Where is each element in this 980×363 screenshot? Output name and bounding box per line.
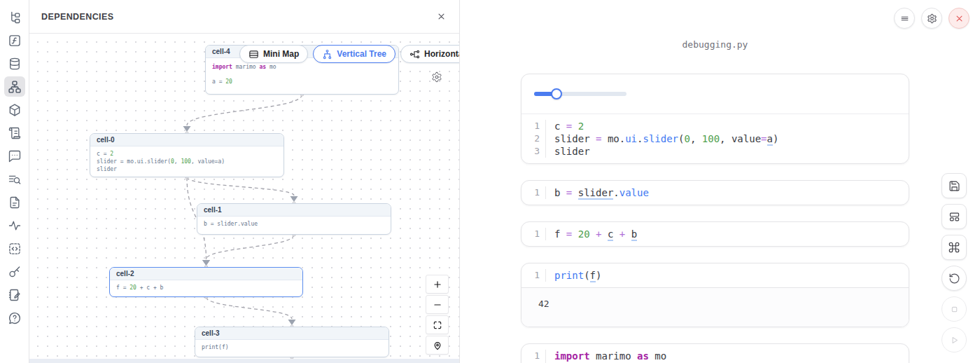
sidebar-item-document[interactable] [4,192,25,212]
sidebar-item-database[interactable] [4,53,25,74]
dependencies-header: DEPENDENCIES [29,0,459,34]
window-controls [894,8,969,29]
zoom-in-button[interactable] [426,275,449,294]
dependencies-panel: DEPENDENCIES Mini MapVertical TreeHorizo… [29,0,460,363]
graph-view-toolbar: Mini MapVertical TreeHorizontal Tree [239,45,459,63]
horizontal-tree-icon [410,49,420,60]
file-tree-icon [8,11,22,25]
gear-icon [431,71,442,83]
notebook-cell-b-cell: 1b = slider.value [521,180,909,205]
zoom-out-button[interactable] [426,295,449,314]
vertical-tree-icon [322,49,332,60]
close-icon [954,13,965,24]
gear-icon [927,13,937,24]
line-numbers: 12 [522,350,545,363]
code-lines: print(f) [554,269,601,282]
node-title: cell-3 [195,327,388,340]
close-icon [436,11,447,22]
code-editor[interactable]: 12import marimo as mo [522,344,909,363]
sidebar-item-file-tree[interactable] [4,7,25,27]
sidebar-item-tracing[interactable] [4,215,25,235]
document-icon [8,196,22,210]
zoom-out-icon [433,300,442,310]
cell-output-area [522,74,909,114]
view-button-minimap[interactable]: Mini Map [239,45,308,63]
node-code: print(f) [195,340,388,355]
stop-button [941,296,967,322]
notebook-cell-f-cell: 1f = 20 + c + b [521,221,909,247]
undo-button[interactable] [941,266,967,291]
package-icon [8,103,22,117]
scroll-icon [8,126,22,140]
panel-close-button[interactable] [436,11,447,22]
code-lines: f = 20 + c + b [554,228,637,240]
sidebar-item-help[interactable] [4,308,25,328]
stop-icon [948,303,960,315]
undo-icon [948,273,960,285]
layout-button[interactable] [941,204,967,229]
gutter-divider [545,228,546,240]
graph-node-cell-0[interactable]: cell-0c = 2slider = mo.ui.slider(0, 100,… [90,133,284,177]
code-editor[interactable]: 1b = slider.value [522,181,909,205]
slider-thumb[interactable] [551,88,562,100]
graph-node-cell-1[interactable]: cell-1b = slider.value [197,203,391,235]
zoom-in-icon [433,280,442,289]
node-title: cell-2 [110,268,302,280]
view-button-vertical-tree[interactable]: Vertical Tree [313,45,396,63]
sidebar-item-scroll[interactable] [4,123,25,143]
cells-column: 123c = 2slider = mo.ui.slider(0, 100, va… [521,74,909,363]
notebook-cell-print-cell: 1print(f)42 [521,263,909,327]
sidebar-item-snippets[interactable] [4,238,25,259]
database-icon [8,57,22,71]
graph-canvas[interactable]: Mini MapVertical TreeHorizontal Tree cel… [29,34,459,363]
zoom-controls [426,275,449,355]
menu-icon [899,13,910,24]
secrets-icon [8,265,22,279]
center-pin-icon [433,341,442,350]
sidebar-item-log-search[interactable] [4,169,25,189]
code-editor[interactable]: 1print(f) [522,263,909,287]
node-title: cell-0 [90,134,284,146]
minimap-icon [248,49,259,60]
dependency-graph-icon [8,80,22,94]
line-numbers: 1 [522,228,545,240]
center-pin-button[interactable] [426,336,449,355]
notebook-panel: debugging.py 123c = 2slider = mo.ui.slid… [460,0,980,363]
notebook-cell-import-cell: 12import marimo as mo [521,343,909,363]
sidebar-item-package[interactable] [4,100,25,120]
sidebar-item-scratchpad[interactable] [4,285,25,305]
menu-button[interactable] [894,8,915,29]
panel-title: DEPENDENCIES [41,12,113,22]
node-code: f = 20 + c + b [110,280,302,295]
graph-node-cell-3[interactable]: cell-3print(f) [195,327,389,357]
sidebar-item-dependency-graph[interactable] [4,76,25,97]
line-numbers: 1 [522,186,545,199]
play-icon [948,334,960,346]
line-numbers: 123 [522,120,545,158]
view-button-horizontal-tree[interactable]: Horizontal Tree [400,45,459,63]
save-button[interactable] [941,173,967,198]
gutter-divider [545,120,546,158]
notebook-filename: debugging.py [521,39,909,50]
command-button[interactable] [941,235,967,260]
sidebar-item-chat[interactable] [4,146,25,166]
cell-output: 42 [522,287,909,327]
close-button[interactable] [948,8,969,29]
chat-icon [8,149,22,163]
sidebar-item-functions[interactable] [4,30,25,50]
log-search-icon [8,172,22,186]
code-editor[interactable]: 1f = 20 + c + b [522,222,909,246]
scratchpad-icon [8,288,22,302]
fit-view-button[interactable] [426,315,449,334]
graph-settings-button[interactable] [431,71,442,85]
node-code: import marimo as moa = 20 [206,58,398,95]
code-editor[interactable]: 123c = 2slider = mo.ui.slider(0, 100, va… [522,114,909,163]
ui-slider[interactable] [534,88,626,100]
fit-view-icon [433,320,442,330]
graph-node-cell-2[interactable]: cell-2f = 20 + c + b [109,267,303,297]
gear-button[interactable] [921,8,942,29]
save-icon [948,180,960,192]
line-numbers: 1 [522,269,545,282]
code-lines: b = slider.value [554,186,649,199]
sidebar-item-secrets[interactable] [4,261,25,282]
